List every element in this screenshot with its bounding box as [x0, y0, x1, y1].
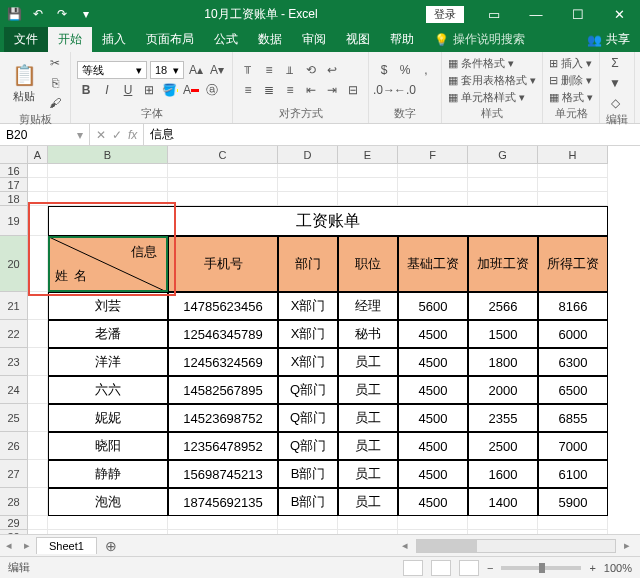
bold-button[interactable]: B [77, 81, 95, 99]
hscroll-left-icon[interactable]: ◂ [396, 539, 414, 552]
table-cell[interactable]: 4500 [398, 460, 468, 488]
table-cell[interactable]: 1800 [468, 348, 538, 376]
table-format-button[interactable]: ▦套用表格格式 ▾ [448, 73, 536, 88]
zoom-slider[interactable] [501, 566, 581, 570]
format-painter-icon[interactable]: 🖌 [46, 94, 64, 112]
close-icon[interactable]: ✕ [600, 0, 640, 28]
tab-file[interactable]: 文件 [4, 27, 48, 52]
table-cell[interactable]: Q部门 [278, 432, 338, 460]
wrap-text-icon[interactable]: ↩ [323, 61, 341, 79]
column-header[interactable]: G [468, 146, 538, 164]
table-cell[interactable]: 1600 [468, 460, 538, 488]
table-cell[interactable]: 6855 [538, 404, 608, 432]
row-header[interactable]: 23 [0, 348, 28, 376]
currency-icon[interactable]: $ [375, 61, 393, 79]
save-icon[interactable]: 💾 [4, 3, 24, 25]
table-header[interactable]: 职位 [338, 236, 398, 292]
clear-icon[interactable]: ◇ [606, 94, 624, 112]
row-header[interactable]: 27 [0, 460, 28, 488]
fill-icon[interactable]: ▼ [606, 74, 624, 92]
column-header[interactable]: C [168, 146, 278, 164]
undo-icon[interactable]: ↶ [28, 3, 48, 25]
table-cell[interactable]: 14785623456 [168, 292, 278, 320]
add-sheet-icon[interactable]: ⊕ [97, 538, 125, 554]
table-cell[interactable]: 12356478952 [168, 432, 278, 460]
font-size-select[interactable]: 18▾ [150, 61, 184, 79]
shrink-font-icon[interactable]: A▾ [208, 61, 226, 79]
table-cell[interactable]: 1500 [468, 320, 538, 348]
table-cell[interactable]: 6300 [538, 348, 608, 376]
tab-home[interactable]: 开始 [48, 27, 92, 52]
table-cell[interactable]: 2566 [468, 292, 538, 320]
table-cell[interactable]: 6100 [538, 460, 608, 488]
column-header[interactable]: H [538, 146, 608, 164]
table-cell[interactable]: 18745692135 [168, 488, 278, 516]
zoom-out-icon[interactable]: − [487, 562, 493, 574]
table-cell[interactable]: 晓阳 [48, 432, 168, 460]
table-cell[interactable]: 6000 [538, 320, 608, 348]
name-box[interactable]: B20▾ [0, 124, 90, 145]
page-layout-view-icon[interactable] [431, 560, 451, 576]
align-middle-icon[interactable]: ≡ [260, 61, 278, 79]
table-cell[interactable]: 妮妮 [48, 404, 168, 432]
cond-format-button[interactable]: ▦条件格式 ▾ [448, 56, 536, 71]
row-header[interactable]: 16 [0, 164, 28, 178]
row-header[interactable]: 21 [0, 292, 28, 320]
tab-formula[interactable]: 公式 [204, 27, 248, 52]
row-header[interactable]: 19 [0, 206, 28, 236]
column-header[interactable]: B [48, 146, 168, 164]
align-right-icon[interactable]: ≡ [281, 81, 299, 99]
confirm-edit-icon[interactable]: ✓ [112, 128, 122, 142]
page-break-view-icon[interactable] [459, 560, 479, 576]
indent-dec-icon[interactable]: ⇤ [302, 81, 320, 99]
tab-layout[interactable]: 页面布局 [136, 27, 204, 52]
table-cell[interactable]: 员工 [338, 404, 398, 432]
row-header[interactable]: 24 [0, 376, 28, 404]
table-title[interactable]: 工资账单 [48, 206, 608, 236]
table-header[interactable]: 手机号 [168, 236, 278, 292]
sheet-nav-prev-icon[interactable]: ◂ [0, 539, 18, 552]
table-cell[interactable]: X部门 [278, 320, 338, 348]
zoom-in-icon[interactable]: + [589, 562, 595, 574]
table-cell[interactable]: 4500 [398, 488, 468, 516]
maximize-icon[interactable]: ☐ [558, 0, 598, 28]
cut-icon[interactable]: ✂ [46, 54, 64, 72]
spreadsheet-grid[interactable]: ABCDEFGH 1617181920212223242526272829303… [0, 146, 640, 534]
fill-color-button[interactable]: 🪣 [161, 81, 179, 99]
zoom-thumb[interactable] [539, 563, 545, 573]
row-header[interactable]: 26 [0, 432, 28, 460]
tab-help[interactable]: 帮助 [380, 27, 424, 52]
autosum-icon[interactable]: Σ [606, 54, 624, 72]
dec-decimal-icon[interactable]: ←.0 [396, 81, 414, 99]
table-cell[interactable]: 2500 [468, 432, 538, 460]
table-cell[interactable]: B部门 [278, 488, 338, 516]
table-cell[interactable]: 秘书 [338, 320, 398, 348]
table-cell[interactable]: 4500 [398, 404, 468, 432]
table-cell[interactable]: 4500 [398, 432, 468, 460]
qat-more-icon[interactable]: ▾ [76, 3, 96, 25]
table-cell[interactable]: 老潘 [48, 320, 168, 348]
table-cell[interactable]: 12456324569 [168, 348, 278, 376]
paste-button[interactable]: 📋粘贴 [6, 63, 42, 104]
tab-view[interactable]: 视图 [336, 27, 380, 52]
table-cell[interactable]: 员工 [338, 376, 398, 404]
underline-button[interactable]: U [119, 81, 137, 99]
inc-decimal-icon[interactable]: .0→ [375, 81, 393, 99]
table-cell[interactable]: 14582567895 [168, 376, 278, 404]
percent-icon[interactable]: % [396, 61, 414, 79]
sheet-nav-next-icon[interactable]: ▸ [18, 539, 36, 552]
row-header[interactable]: 18 [0, 192, 28, 206]
delete-cells-button[interactable]: ⊟ 删除 ▾ [549, 73, 593, 88]
table-cell[interactable]: 员工 [338, 488, 398, 516]
sheet-tab[interactable]: Sheet1 [36, 537, 97, 554]
format-cells-button[interactable]: ▦ 格式 ▾ [549, 90, 593, 105]
merge-icon[interactable]: ⊟ [344, 81, 362, 99]
row-header[interactable]: 28 [0, 488, 28, 516]
table-cell[interactable]: 15698745213 [168, 460, 278, 488]
font-name-select[interactable]: 等线▾ [77, 61, 147, 79]
hscroll-thumb[interactable] [417, 540, 477, 552]
tab-review[interactable]: 审阅 [292, 27, 336, 52]
copy-icon[interactable]: ⎘ [46, 74, 64, 92]
table-cell[interactable]: 5900 [538, 488, 608, 516]
table-cell[interactable]: 8166 [538, 292, 608, 320]
